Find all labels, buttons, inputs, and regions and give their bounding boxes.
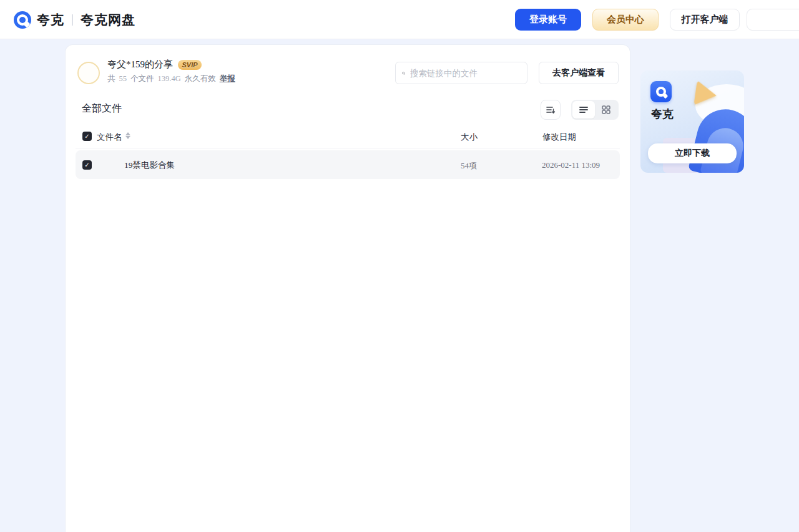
quark-app-icon — [650, 81, 672, 102]
file-count-unit: 个文件 — [130, 74, 154, 84]
app-download-card[interactable]: 夸克 立即下载 — [640, 70, 744, 173]
validity: 永久有效 — [185, 74, 216, 84]
open-client-button[interactable]: 打开客户端 — [670, 9, 740, 31]
report-link[interactable]: 举报 — [220, 74, 235, 84]
grid-view-icon — [601, 105, 611, 115]
download-now-button[interactable]: 立即下载 — [648, 143, 737, 163]
share-title: 夸父*159的分享 — [107, 59, 173, 70]
file-icon-slot — [100, 156, 118, 173]
file-name[interactable]: 19禁电影合集 — [124, 160, 175, 171]
column-header-size: 大小 — [461, 132, 478, 143]
search-input[interactable] — [410, 69, 521, 78]
extra-button[interactable] — [747, 9, 799, 31]
sort-button[interactable] — [541, 100, 561, 120]
row-checkbox[interactable] — [82, 160, 92, 170]
file-modified-date: 2026-02-11 13:09 — [542, 160, 600, 170]
column-header-name[interactable]: 文件名 — [97, 132, 122, 143]
login-button[interactable]: 登录账号 — [515, 9, 581, 31]
list-view-button[interactable] — [572, 101, 595, 118]
file-count: 55 — [119, 74, 127, 84]
all-files-label: 全部文件 — [82, 102, 122, 115]
stats-prefix: 共 — [107, 74, 115, 84]
table-divider — [76, 148, 620, 148]
goto-client-button[interactable]: 去客户端查看 — [539, 62, 619, 84]
list-view-icon — [579, 105, 589, 115]
grid-view-button[interactable] — [595, 101, 617, 118]
svip-badge: SVIP — [178, 60, 202, 70]
file-size: 54项 — [461, 160, 477, 172]
share-panel: 夸父*159的分享 SVIP 共55个文件 139.4G 永久有效 举报 去客户… — [66, 45, 630, 532]
play-triangle-icon — [694, 80, 718, 108]
table-header: 文件名 大小 修改日期 — [66, 127, 630, 147]
search-box[interactable] — [395, 62, 527, 84]
total-size: 139.4G — [158, 74, 181, 84]
table-row[interactable]: 19禁电影合集 54项 2026-02-11 13:09 — [76, 150, 620, 179]
column-header-modified: 修改日期 — [542, 132, 576, 143]
search-icon — [402, 69, 405, 78]
view-toggle — [571, 100, 619, 120]
share-stats: 共55个文件 139.4G 永久有效 举报 — [107, 74, 235, 84]
top-header: 夸克 夸克网盘 登录账号 会员中心 打开客户端 — [0, 0, 799, 39]
select-all-checkbox[interactable] — [82, 132, 92, 141]
sort-icon — [546, 105, 556, 115]
promo-app-name: 夸克 — [651, 107, 674, 122]
name-sort-carets-icon[interactable] — [125, 132, 130, 139]
vip-center-button[interactable]: 会员中心 — [592, 9, 659, 31]
avatar — [77, 62, 100, 84]
